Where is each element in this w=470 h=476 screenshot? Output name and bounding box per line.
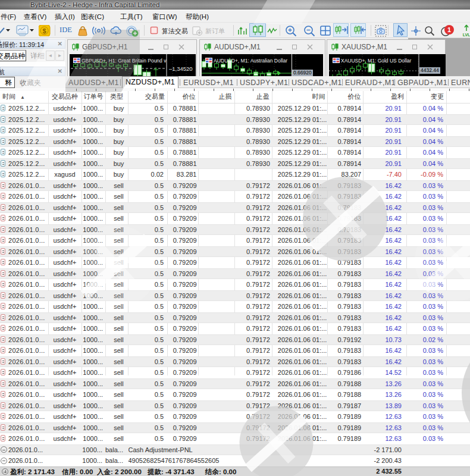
svg-text:LVL: LVL	[463, 33, 470, 37]
svg-text:1: 1	[447, 26, 451, 33]
svg-text:$: $	[42, 27, 46, 35]
